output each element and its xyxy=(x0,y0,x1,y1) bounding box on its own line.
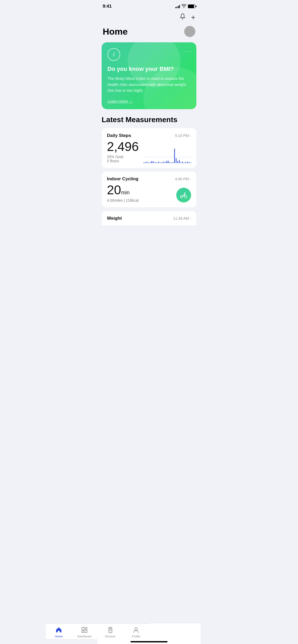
steps-bar xyxy=(160,162,160,163)
steps-bar xyxy=(171,162,172,163)
steps-bar xyxy=(179,160,180,163)
steps-bar xyxy=(153,162,154,163)
steps-bar xyxy=(151,161,152,163)
steps-bar xyxy=(150,162,151,163)
weight-chevron: › xyxy=(190,216,191,220)
steps-bar xyxy=(147,162,147,163)
status-time: 9:41 xyxy=(103,4,112,9)
steps-bar xyxy=(184,162,184,163)
indoor-cycling-title: Indoor Cycling xyxy=(107,176,138,182)
daily-steps-card: Daily Steps 5:10 PM › 2,496 25% Goal 5 f… xyxy=(102,128,196,168)
steps-bar xyxy=(187,162,188,163)
steps-bar xyxy=(174,149,175,163)
indoor-cycling-header: Indoor Cycling 4:40 PM › xyxy=(107,176,191,182)
steps-bar xyxy=(155,162,156,163)
weight-time: 11:34 AM › xyxy=(173,216,191,220)
daily-steps-content: 2,496 25% Goal 5 floors xyxy=(107,140,191,163)
avatar[interactable] xyxy=(184,26,195,37)
indoor-cycling-value: 20min xyxy=(107,183,139,197)
bmi-info-icon: i xyxy=(107,48,120,61)
svg-point-1 xyxy=(185,196,187,198)
daily-steps-chart xyxy=(143,147,191,163)
bmi-info-letter: i xyxy=(113,51,115,58)
daily-steps-title: Daily Steps xyxy=(107,133,131,138)
steps-bar xyxy=(143,162,144,163)
indoor-cycling-time: 4:40 PM › xyxy=(175,177,191,181)
daily-steps-meta2: 5 floors xyxy=(107,159,139,163)
steps-bar xyxy=(185,162,186,163)
indoor-cycling-unit: min xyxy=(121,190,129,195)
latest-measurements-title: Latest Measurements xyxy=(97,116,201,128)
daily-steps-meta1: 25% Goal xyxy=(107,155,139,159)
steps-bar xyxy=(158,162,159,163)
wifi-icon xyxy=(182,4,186,9)
steps-bar xyxy=(166,161,167,163)
steps-bar xyxy=(168,161,168,163)
notification-icon[interactable] xyxy=(179,13,186,22)
cycling-icon xyxy=(176,188,191,203)
indoor-cycling-card: Indoor Cycling 4:40 PM › 20min 4.00miles… xyxy=(102,172,196,207)
steps-bar xyxy=(164,162,165,163)
steps-bar xyxy=(169,162,170,163)
daily-steps-time: 5:10 PM › xyxy=(175,134,191,138)
steps-bar xyxy=(189,162,189,163)
status-icons xyxy=(175,4,195,9)
steps-bar xyxy=(182,162,183,163)
steps-bar xyxy=(145,162,146,163)
status-bar: 9:41 xyxy=(97,0,201,11)
indoor-cycling-chevron: › xyxy=(190,177,191,181)
bmi-card[interactable]: ... i Do you know your BMI? The Body Mas… xyxy=(102,42,196,109)
steps-bar xyxy=(173,162,173,163)
indoor-cycling-meta: 4.00miles | 118kcal xyxy=(107,198,139,203)
steps-bar xyxy=(148,162,149,163)
steps-bar xyxy=(161,162,162,163)
bmi-more-icon[interactable]: ... xyxy=(185,47,192,53)
add-icon[interactable]: + xyxy=(191,13,195,22)
weight-card: Weight 11:34 AM › xyxy=(102,211,196,225)
steps-bar xyxy=(190,162,191,163)
battery-icon xyxy=(188,4,195,8)
header: + xyxy=(97,11,201,25)
weight-title: Weight xyxy=(107,216,122,221)
signal-icon xyxy=(175,4,180,8)
steps-bar xyxy=(156,162,157,163)
weight-header: Weight 11:34 AM › xyxy=(107,216,191,221)
daily-steps-chevron: › xyxy=(190,134,191,138)
steps-bar xyxy=(163,162,164,163)
page-title: Home xyxy=(103,26,128,37)
steps-bar xyxy=(177,161,178,163)
steps-bar xyxy=(176,158,177,163)
svg-point-2 xyxy=(184,193,185,194)
indoor-cycling-content: 20min 4.00miles | 118kcal xyxy=(107,183,191,203)
steps-bar-container xyxy=(143,147,191,163)
daily-steps-header: Daily Steps 5:10 PM › xyxy=(107,133,191,138)
steps-bar xyxy=(180,162,181,163)
page-title-row: Home xyxy=(97,25,201,42)
daily-steps-value: 2,496 xyxy=(107,140,139,154)
